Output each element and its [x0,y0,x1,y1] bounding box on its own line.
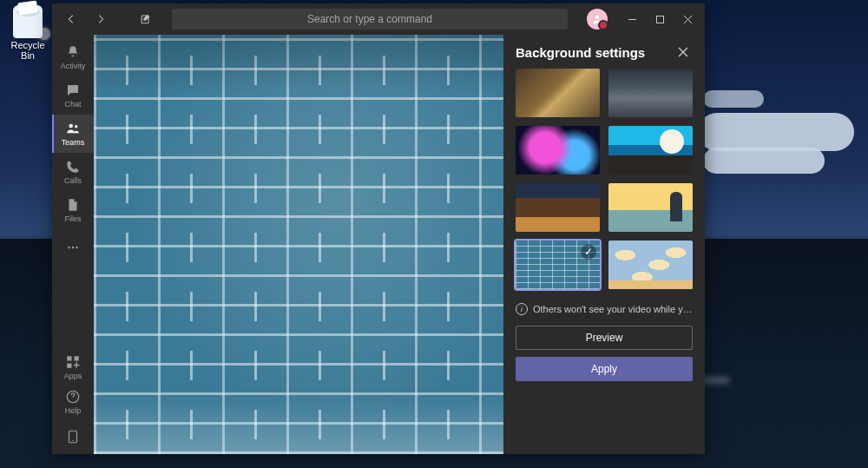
sidebar-item-files[interactable]: Files [52,191,94,229]
bg-thumb-toy-clouds[interactable] [608,241,693,289]
bg-thumb-robots[interactable] [608,69,693,117]
app-sidebar: Activity Chat Teams Calls Files [52,35,94,454]
svg-rect-9 [75,356,79,360]
sidebar-item-activity[interactable]: Activity [52,38,94,76]
search-input[interactable]: Search or type a command [172,9,568,30]
sidebar-item-more[interactable] [52,229,94,267]
apply-button[interactable]: Apply [516,357,693,381]
bg-thumb-sunset-person[interactable] [608,183,693,232]
titlebar: Search or type a command [52,3,705,35]
sidebar-item-download[interactable] [52,419,94,454]
more-icon [65,240,81,255]
bg-thumb-nebula[interactable] [516,126,600,175]
new-note-button[interactable] [134,7,158,31]
apps-icon [65,354,81,370]
forward-button[interactable] [89,7,113,31]
main-content: Background settings ✓ i Others won't see… [94,35,705,454]
bg-thumb-blue-brick[interactable]: ✓ [516,241,600,289]
sidebar-item-label: Activity [61,62,86,70]
sidebar-item-label: Help [65,406,82,415]
info-icon: i [516,303,528,315]
back-button[interactable] [59,7,83,31]
preview-button[interactable]: Preview [516,326,693,350]
panel-title: Background settings [516,45,645,60]
svg-rect-2 [656,16,663,23]
sidebar-item-chat[interactable]: Chat [52,76,94,115]
svg-point-4 [75,125,77,128]
window-controls [618,7,701,31]
maximize-button[interactable] [646,7,674,31]
info-line: i Others won't see your video while you … [516,303,693,315]
teams-icon [65,121,81,136]
check-icon: ✓ [581,244,596,260]
bg-thumb-alley[interactable] [516,183,600,232]
sidebar-item-calls[interactable]: Calls [52,153,94,191]
sidebar-item-label: Chat [64,100,81,109]
recycle-bin[interactable]: Recycle Bin [5,5,50,61]
background-settings-panel: Background settings ✓ i Others won't see… [503,35,705,454]
sidebar-item-label: Apps [64,372,82,380]
sidebar-item-label: Teams [62,138,85,147]
sidebar-item-teams[interactable]: Teams [52,115,94,153]
chat-icon [65,82,81,98]
search-placeholder: Search or type a command [307,13,432,25]
svg-point-7 [76,247,77,248]
svg-point-1 [595,16,600,20]
svg-rect-8 [67,356,71,360]
file-icon [65,197,81,213]
help-icon [65,389,81,405]
background-grid: ✓ [516,69,693,289]
svg-rect-10 [67,364,71,368]
recycle-bin-icon [13,5,43,38]
svg-point-13 [72,440,74,442]
svg-point-3 [69,124,74,129]
bg-thumb-castle[interactable] [516,69,600,117]
user-avatar[interactable] [587,9,608,30]
panel-close-button[interactable] [674,46,693,60]
svg-point-5 [68,247,69,248]
minimize-button[interactable] [618,7,646,31]
teams-window: Search or type a command Activity [52,3,705,454]
phone-icon [65,159,81,175]
svg-point-6 [72,247,74,248]
download-desktop-icon [65,429,81,445]
sidebar-item-label: Calls [64,176,82,185]
recycle-bin-label: Recycle Bin [10,40,44,61]
bg-thumb-mountain-moon[interactable] [608,126,693,175]
sidebar-item-help[interactable]: Help [52,385,94,419]
sidebar-item-label: Files [64,214,81,223]
info-text: Others won't see your video while you pr… [533,304,693,314]
close-button[interactable] [674,7,701,31]
bell-icon [65,44,81,60]
sidebar-item-apps[interactable]: Apps [52,350,94,385]
video-preview [94,35,503,454]
